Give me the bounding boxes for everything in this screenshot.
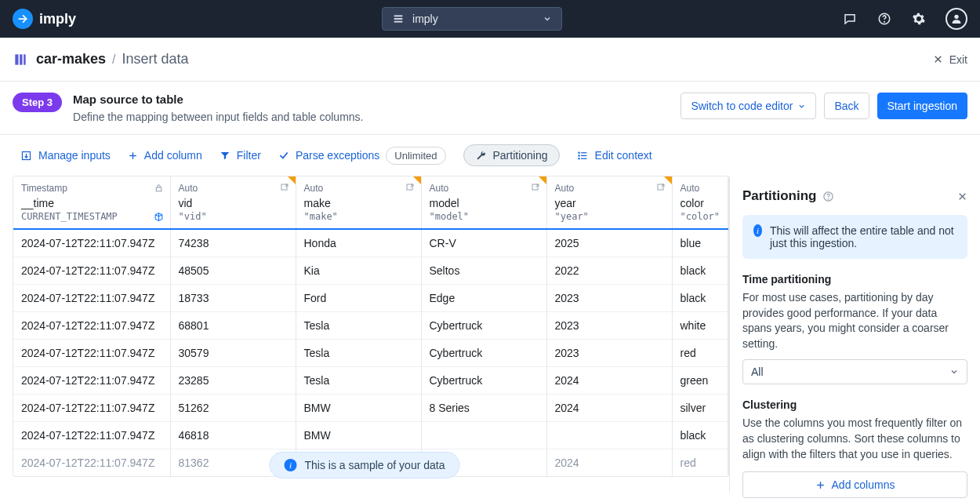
svg-rect-3 <box>394 21 403 23</box>
table-cell: 30579 <box>170 340 296 367</box>
table-icon <box>13 52 28 67</box>
table-row[interactable]: 2024-07-12T22:11:07.947Z74238HondaCR-V20… <box>13 229 728 257</box>
column-name: year <box>555 197 664 209</box>
table-cell: 2024-07-12T22:11:07.947Z <box>13 340 170 367</box>
svg-point-32 <box>829 198 829 199</box>
svg-point-6 <box>954 15 958 19</box>
svg-point-21 <box>578 158 579 158</box>
toolbar: Manage inputs Add column Filter Parse ex… <box>0 135 980 176</box>
table-row[interactable]: 2024-07-12T22:11:07.947Z48505KiaSeltos20… <box>13 257 728 285</box>
gear-icon[interactable] <box>911 11 927 27</box>
table-cell: Edge <box>421 285 546 312</box>
table-cell: 48505 <box>170 257 296 285</box>
add-column-button[interactable]: Add column <box>128 149 202 162</box>
back-button[interactable]: Back <box>824 93 869 119</box>
check-icon <box>278 150 289 161</box>
filter-button[interactable]: Filter <box>220 149 261 162</box>
edit-context-button[interactable]: Edit context <box>577 149 652 162</box>
column-header-make[interactable]: Auto make "make" <box>296 176 421 229</box>
partitioning-button[interactable]: Partitioning <box>463 144 560 166</box>
breadcrumb-separator: / <box>112 53 115 67</box>
close-icon[interactable] <box>957 191 967 202</box>
table-cell: 2022 <box>546 257 672 285</box>
table-cell: Cybertruck <box>421 367 546 395</box>
label: Parse exceptions <box>296 149 379 162</box>
panel-title: Partitioning <box>742 188 816 204</box>
table-cell: 68801 <box>170 312 296 340</box>
table-cell: Cybertruck <box>421 312 546 340</box>
select-value: All <box>751 366 764 378</box>
column-header-model[interactable]: Auto model "model" <box>421 176 546 229</box>
chevron-down-icon <box>949 367 959 376</box>
avatar[interactable] <box>946 8 967 30</box>
add-columns-button[interactable]: Add columns <box>742 471 967 498</box>
toast-text: This is a sample of your data <box>305 459 445 471</box>
table-cell: 2024-07-12T22:11:07.947Z <box>13 449 170 477</box>
start-ingestion-button[interactable]: Start ingestion <box>877 93 968 119</box>
parse-exceptions-button[interactable]: Parse exceptions Unlimited <box>278 147 446 165</box>
table-cell: Seltos <box>421 257 546 285</box>
cube-icon <box>154 212 164 222</box>
expand-icon <box>280 183 289 192</box>
table-row[interactable]: 2024-07-12T22:11:07.947Z18733FordEdge202… <box>13 285 728 312</box>
type-label: Auto <box>179 183 288 194</box>
table-cell: 2024 <box>546 395 672 422</box>
time-partitioning-select[interactable]: All <box>742 359 967 384</box>
table-row[interactable]: 2024-07-12T22:11:07.947Z30579TeslaCybert… <box>13 340 728 367</box>
table-cell: Honda <box>296 229 421 257</box>
svg-rect-29 <box>658 184 663 190</box>
table-cell: 51262 <box>170 395 296 422</box>
step-description: Define the mapping between input fields … <box>73 111 363 123</box>
switch-code-editor-button[interactable]: Switch to code editor <box>681 93 816 119</box>
svg-rect-22 <box>156 187 162 191</box>
table-cell: 2024-07-12T22:11:07.947Z <box>13 257 170 285</box>
wrench-icon <box>475 150 487 162</box>
svg-rect-27 <box>532 184 538 190</box>
table-cell: Ford <box>296 285 421 312</box>
table-cell <box>546 422 672 449</box>
table-cell: 2024-07-12T22:11:07.947Z <box>13 367 170 395</box>
table-cell: black <box>672 257 728 285</box>
brand-text: imply <box>39 11 76 27</box>
type-label: Timestamp <box>21 183 162 194</box>
clustering-text: Use the columns you most frequently filt… <box>742 416 967 462</box>
column-header-vid[interactable]: Auto vid "vid" <box>170 176 296 229</box>
brand-logo[interactable]: imply <box>13 9 76 29</box>
column-name: model <box>430 197 539 209</box>
notice-text: This will affect the entire table and no… <box>770 224 956 249</box>
project-selector[interactable]: imply <box>382 7 562 31</box>
type-label: Auto <box>555 183 664 194</box>
exit-button[interactable]: Exit <box>933 53 967 66</box>
chat-icon[interactable] <box>842 11 858 27</box>
panel-notice: i This will affect the entire table and … <box>742 215 967 259</box>
table-cell: Tesla <box>296 312 421 340</box>
unlimited-pill: Unlimited <box>386 147 445 165</box>
label: Add column <box>144 149 202 162</box>
expand-icon <box>405 183 415 192</box>
column-name: color <box>681 197 720 209</box>
svg-rect-7 <box>15 54 18 64</box>
lock-icon <box>154 183 164 193</box>
table-cell: 2024-07-12T22:11:07.947Z <box>13 285 170 312</box>
table-row[interactable]: 2024-07-12T22:11:07.947Z68801TeslaCybert… <box>13 312 728 340</box>
table-row[interactable]: 2024-07-12T22:11:07.947Z51262BMW8 Series… <box>13 395 728 422</box>
help-icon[interactable] <box>822 191 834 202</box>
table-cell: black <box>672 422 728 449</box>
filter-icon <box>220 150 230 161</box>
column-source: "year" <box>555 211 664 222</box>
button-label: Switch to code editor <box>691 100 793 112</box>
manage-inputs-button[interactable]: Manage inputs <box>20 149 111 162</box>
info-icon: i <box>753 224 762 237</box>
table-row[interactable]: 2024-07-12T22:11:07.947Z23285TeslaCybert… <box>13 367 728 395</box>
table-cell: 2023 <box>546 340 672 367</box>
column-header-time[interactable]: Timestamp __time CURRENT_TIMESTAMP <box>13 176 170 229</box>
help-icon[interactable] <box>877 11 892 27</box>
table-cell: red <box>672 449 728 477</box>
label: Filter <box>237 149 261 162</box>
column-header-year[interactable]: Auto year "year" <box>546 176 672 229</box>
column-header-color[interactable]: Auto color "color" <box>672 176 728 229</box>
table-row[interactable]: 2024-07-12T22:11:07.947Z46818BMWblack <box>13 422 728 449</box>
breadcrumb: car-makes / Insert data Exit <box>0 38 980 82</box>
breadcrumb-root[interactable]: car-makes <box>36 51 106 67</box>
column-source: "vid" <box>179 211 288 222</box>
